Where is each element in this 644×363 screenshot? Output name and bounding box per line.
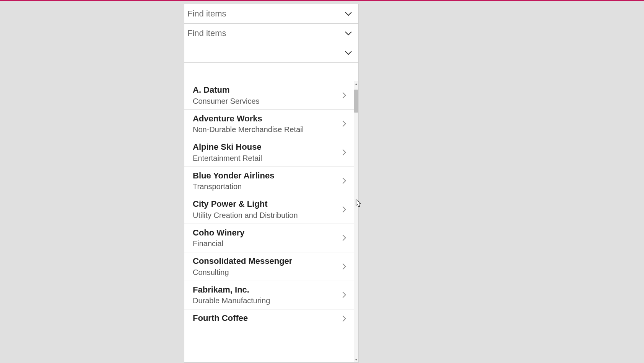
scroll-up-arrow-icon[interactable]: ▴ — [354, 81, 358, 87]
list-item[interactable]: Blue Yonder Airlines Transportation — [184, 167, 354, 196]
item-subtitle: Utility Creation and Distribution — [193, 210, 340, 220]
item-title: Consolidated Messenger — [193, 256, 340, 267]
item-subtitle: Non-Durable Merchandise Retail — [193, 124, 340, 134]
list-item[interactable]: Coho Winery Financial — [184, 224, 354, 253]
list-item[interactable]: Consolidated Messenger Consulting — [184, 252, 354, 281]
chevron-right-icon — [340, 119, 348, 128]
item-title: Adventure Works — [193, 113, 340, 124]
item-subtitle: Durable Manufacturing — [193, 296, 340, 306]
item-subtitle: Transportation — [193, 182, 340, 191]
chevron-down-icon[interactable] — [344, 29, 353, 38]
item-title: Blue Yonder Airlines — [193, 170, 340, 181]
chevron-right-icon — [340, 177, 348, 185]
results-list[interactable]: A. Datum Consumer Services Adventure Wor… — [184, 81, 354, 362]
top-accent-bar — [0, 0, 644, 1]
main-panel: A. Datum Consumer Services Adventure Wor… — [184, 4, 359, 363]
list-wrap: A. Datum Consumer Services Adventure Wor… — [184, 81, 358, 362]
list-item[interactable]: Fabrikam, Inc. Durable Manufacturing — [184, 281, 354, 310]
chevron-right-icon — [340, 148, 348, 157]
list-item[interactable]: Fourth Coffee — [184, 309, 354, 328]
list-item[interactable]: A. Datum Consumer Services — [184, 81, 354, 110]
item-subtitle: Financial — [193, 239, 340, 249]
chevron-right-icon — [340, 91, 348, 100]
item-title: A. Datum — [193, 85, 340, 95]
item-title: Fourth Coffee — [193, 313, 340, 324]
item-title: Coho Winery — [193, 227, 340, 238]
chevron-right-icon — [340, 234, 348, 242]
filter-row-1[interactable] — [184, 4, 358, 24]
chevron-down-icon[interactable] — [344, 48, 353, 57]
item-subtitle: Entertainment Retail — [193, 153, 340, 163]
item-title: City Power & Light — [193, 199, 340, 209]
filter-section — [184, 4, 358, 63]
filter-row-3[interactable] — [184, 43, 358, 63]
scrollbar[interactable]: ▴ ▾ — [354, 81, 358, 362]
scroll-down-arrow-icon[interactable]: ▾ — [354, 357, 358, 362]
item-title: Fabrikam, Inc. — [193, 285, 340, 295]
search-input-3[interactable] — [187, 48, 344, 58]
chevron-right-icon — [340, 262, 348, 271]
list-item[interactable]: Alpine Ski House Entertainment Retail — [184, 138, 354, 167]
filter-row-2[interactable] — [184, 24, 358, 43]
list-item[interactable]: Adventure Works Non-Durable Merchandise … — [184, 110, 354, 139]
list-item[interactable]: City Power & Light Utility Creation and … — [184, 195, 354, 224]
search-input-2[interactable] — [187, 28, 344, 38]
chevron-right-icon — [340, 314, 348, 323]
chevron-down-icon[interactable] — [344, 9, 353, 18]
item-title: Alpine Ski House — [193, 142, 340, 152]
search-input-1[interactable] — [187, 9, 344, 19]
item-subtitle: Consumer Services — [193, 96, 340, 106]
chevron-right-icon — [340, 205, 348, 214]
scroll-thumb[interactable] — [354, 90, 358, 113]
item-subtitle: Consulting — [193, 267, 340, 277]
chevron-right-icon — [340, 291, 348, 299]
spacer — [184, 63, 358, 81]
